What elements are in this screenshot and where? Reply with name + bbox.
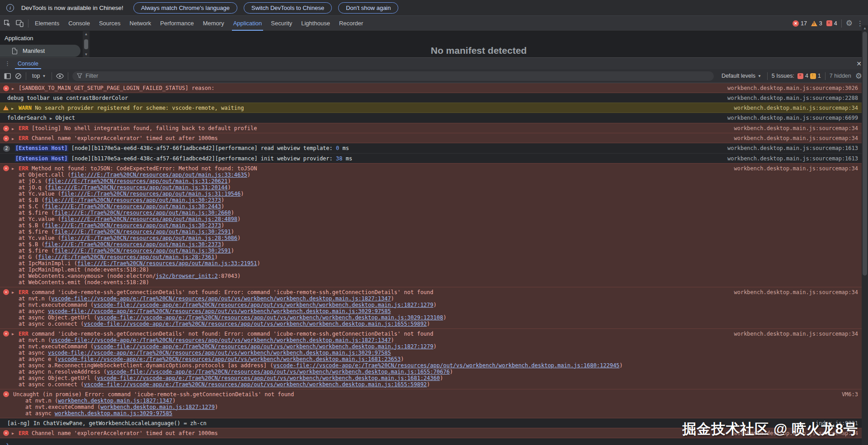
stack-link[interactable]: js2c/browser_init:2 [156,273,217,279]
stack-link[interactable]: vscode-file://vscode-app/e:/Trae%20CN/re… [48,308,391,314]
tab-security[interactable]: Security [266,16,297,31]
source-location[interactable]: workbench.desktop.main.js:sourcemap:1613 [718,145,858,151]
expand-triangle-icon[interactable]: ▶ [12,165,14,171]
stack-link[interactable]: file:///E:/Trae%20CN/resources/app/out/m… [38,254,214,260]
context-selector[interactable]: top ▼ [30,73,47,79]
stack-link[interactable]: vscode-file://vscode-app/e:/Trae%20CN/re… [97,375,440,381]
stack-frame: at async vscode-file://vscode-app/e:/Tra… [19,308,725,314]
text-segment: at async o.connect ( [19,321,84,327]
expand-triangle-icon[interactable]: ▶ [12,125,14,131]
stack-link[interactable]: file:///E:/Trae%20CN/resources/app/out/m… [54,248,231,254]
source-location[interactable]: VM6:3 [833,391,858,398]
tab-elements[interactable]: Elements [30,16,64,31]
stack-link[interactable]: file:///E:/Trae%20CN/resources/app/out/m… [61,235,237,241]
tab-performance[interactable]: Performance [156,16,198,31]
stack-link[interactable]: file:///E:/Trae%20CN/resources/app/out/m… [54,210,231,216]
stack-link[interactable]: workbench.desktop.main.js:3029:97585 [55,410,172,417]
message-text: debug toolbar use contrastBorderColor [7,95,718,101]
device-toolbar-icon[interactable] [16,19,24,27]
stack-link[interactable]: workbench.desktop.main.js:1827:1347 [58,398,172,404]
expand-triangle-icon[interactable]: ▶ [12,430,14,436]
stack-link[interactable]: file:///E:/Trae%20CN/resources/app/out/m… [61,216,237,222]
stack-frame: at async a.ReconnectingWebSocketClient.d… [19,362,725,369]
tab-recorder[interactable]: Recorder [335,16,368,31]
console-settings-gear-icon[interactable]: ⚙ [855,72,862,80]
source-location[interactable]: workbench.desktop.main.js:sourcemap:34 [725,125,858,131]
stack-link[interactable]: vscode-file://vscode-app/e:/Trae%20CN/re… [274,362,620,369]
stack-link[interactable]: vscode-file://vscode-app/e:/Trae%20CN/re… [84,381,427,388]
log-levels-selector[interactable]: Default levels ▼ [720,73,763,79]
error-icon: ✕ [3,331,9,337]
stack-link[interactable]: file:///E:/Trae%20CN/resources/app/out/m… [54,229,231,235]
hidden-messages-label[interactable]: 7 hidden [830,73,851,79]
live-expression-eye-icon[interactable] [56,73,64,79]
tab-network[interactable]: Network [125,16,156,31]
scroll-thumb[interactable] [84,39,88,49]
tab-console[interactable]: Console [64,16,94,31]
expand-triangle-icon[interactable]: ▶ [12,85,14,91]
scroll-down-icon[interactable]: ▼ [85,52,88,56]
stack-link[interactable]: file:///E:/Trae%20CN/resources/app/out/m… [48,178,227,184]
sidebar-scrollbar[interactable]: ▲ ▼ [83,31,90,57]
source-location[interactable]: workbench.desktop.main.js:sourcemap:34 [725,135,858,141]
issues-counter[interactable]: 4 [826,20,837,27]
tab-sources[interactable]: Sources [94,16,125,31]
console-sidebar-toggle-icon[interactable] [4,73,11,80]
infobar-button-1[interactable]: Switch DevTools to Chinese [244,2,332,14]
settings-gear-icon[interactable]: ⚙ [846,19,853,27]
text-segment: at $.C ( [19,203,45,210]
source-location[interactable]: workbench.desktop.main.js:sourcemap:34 [725,289,858,295]
inspect-element-icon[interactable] [4,19,11,27]
stack-link[interactable]: file:///E:/Trae%20CN/resources/app/out/m… [77,260,257,267]
stack-link[interactable]: workbench.desktop.main.js:1827:1279 [100,404,215,410]
source-location[interactable]: workbench.desktop.main.js:sourcemap:2288 [718,95,858,101]
tab-memory[interactable]: Memory [198,16,229,31]
stack-link[interactable]: vscode-file://vscode-app/e:/Trae%20CN/re… [94,343,433,350]
console-warning-counter[interactable]: 3 [811,20,822,27]
expand-triangle-icon[interactable]: ▶ [12,289,14,295]
stack-link[interactable]: file:///E:/Trae%20CN/resources/app/out/m… [48,184,227,191]
console-prompt-chevron[interactable]: › [0,438,862,445]
message-gutter: ✕▶ [3,85,19,91]
expand-triangle-icon[interactable]: ▶ [11,105,14,111]
scroll-up-icon[interactable]: ▲ [863,26,867,30]
clear-console-icon[interactable] [15,73,22,80]
message-text: ERR command 'icube-remote-ssh.getConnect… [19,331,725,337]
drawer-tab-console[interactable]: Console [14,58,42,69]
text-segment: ) [427,381,430,388]
expand-triangle-icon[interactable]: ▶ [12,331,14,337]
scroll-up-icon[interactable]: ▲ [85,32,88,36]
stack-link[interactable]: vscode-file://vscode-app/e:/Trae%20CN/re… [107,369,450,375]
issues-summary[interactable]: 5 Issues: 4 1 [772,73,821,79]
source-location[interactable]: workbench.desktop.main.js:sourcemap:6699 [718,115,858,121]
console-error-counter[interactable]: ✕ 17 [793,20,807,27]
stack-link[interactable]: vscode-file://vscode-app/e:/Trae%20CN/re… [58,356,401,362]
expand-triangle-icon[interactable]: ▶ [12,135,14,141]
stack-link[interactable]: vscode-file://vscode-app/e:/Trae%20CN/re… [51,295,391,302]
stack-link[interactable]: vscode-file://vscode-app/e:/Trae%20CN/re… [84,321,427,327]
stack-link[interactable]: vscode-file://vscode-app/e:/Trae%20CN/re… [48,350,391,356]
stack-link[interactable]: file:///E:/Trae%20CN/resources/app/out/m… [45,241,221,248]
stack-link[interactable]: file:///E:/Trae%20CN/resources/app/out/m… [45,222,221,229]
infobar-button-2[interactable]: Don't show again [338,2,398,14]
source-location[interactable]: workbench.desktop.main.js:sourcemap:34 [725,331,858,337]
stack-link[interactable]: vscode-file://vscode-app/e:/Trae%20CN/re… [97,314,443,321]
console-scrollbar[interactable]: ▲ [862,25,868,445]
source-location[interactable]: workbench.desktop.main.js:sourcemap:34 [725,165,858,172]
tab-lighthouse[interactable]: Lighthouse [297,16,335,31]
stack-link[interactable]: file:///E:/Trae%20CN/resources/app/out/m… [45,203,221,210]
stack-link[interactable]: file:///E:/Trae%20CN/resources/app/out/m… [45,197,221,203]
stack-link[interactable]: file:///E:/Trae%20CN/resources/app/out/m… [71,172,247,178]
source-location[interactable]: workbench.desktop.main.js:sourcemap:1613 [718,155,858,162]
stack-link[interactable]: vscode-file://vscode-app/e:/Trae%20CN/re… [94,302,433,308]
source-location[interactable]: workbench.desktop.main.js:sourcemap:34 [725,105,858,111]
tab-application[interactable]: Application [229,16,267,31]
scroll-thumb[interactable] [863,32,867,276]
sidebar-item-manifest[interactable]: Manifest [0,45,80,57]
stack-link[interactable]: file:///E:/Trae%20CN/resources/app/out/m… [61,191,241,197]
source-location[interactable]: workbench.desktop.main.js:sourcemap:3026 [718,85,858,91]
infobar-button-0[interactable]: Always match Chrome's language [133,2,237,14]
stack-link[interactable]: vscode-file://vscode-app/e:/Trae%20CN/re… [51,337,391,343]
console-filter-input[interactable]: Filter [72,71,714,81]
drawer-menu-icon[interactable]: ⋮ [0,58,14,69]
